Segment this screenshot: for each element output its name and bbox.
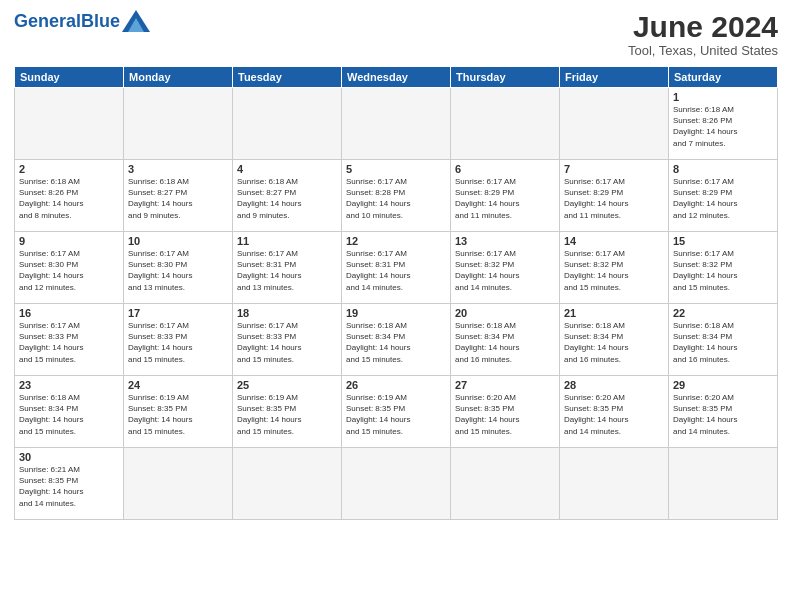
- calendar-cell: 15Sunrise: 6:17 AM Sunset: 8:32 PM Dayli…: [669, 232, 778, 304]
- day-number: 23: [19, 379, 119, 391]
- calendar-cell: [233, 88, 342, 160]
- day-info: Sunrise: 6:17 AM Sunset: 8:32 PM Dayligh…: [564, 248, 664, 293]
- calendar-cell: [233, 448, 342, 520]
- day-number: 11: [237, 235, 337, 247]
- day-number: 18: [237, 307, 337, 319]
- day-info: Sunrise: 6:18 AM Sunset: 8:34 PM Dayligh…: [564, 320, 664, 365]
- day-number: 9: [19, 235, 119, 247]
- day-number: 2: [19, 163, 119, 175]
- calendar-cell: 25Sunrise: 6:19 AM Sunset: 8:35 PM Dayli…: [233, 376, 342, 448]
- calendar-cell: 4Sunrise: 6:18 AM Sunset: 8:27 PM Daylig…: [233, 160, 342, 232]
- calendar-cell: 2Sunrise: 6:18 AM Sunset: 8:26 PM Daylig…: [15, 160, 124, 232]
- day-info: Sunrise: 6:18 AM Sunset: 8:27 PM Dayligh…: [237, 176, 337, 221]
- logo: GeneralBlue: [14, 10, 150, 32]
- day-info: Sunrise: 6:20 AM Sunset: 8:35 PM Dayligh…: [455, 392, 555, 437]
- calendar-cell: [560, 88, 669, 160]
- calendar-cell: 26Sunrise: 6:19 AM Sunset: 8:35 PM Dayli…: [342, 376, 451, 448]
- day-number: 10: [128, 235, 228, 247]
- day-info: Sunrise: 6:20 AM Sunset: 8:35 PM Dayligh…: [673, 392, 773, 437]
- calendar-cell: 27Sunrise: 6:20 AM Sunset: 8:35 PM Dayli…: [451, 376, 560, 448]
- day-header-sunday: Sunday: [15, 67, 124, 88]
- day-number: 28: [564, 379, 664, 391]
- day-number: 15: [673, 235, 773, 247]
- day-number: 1: [673, 91, 773, 103]
- calendar-cell: 6Sunrise: 6:17 AM Sunset: 8:29 PM Daylig…: [451, 160, 560, 232]
- calendar-cell: 12Sunrise: 6:17 AM Sunset: 8:31 PM Dayli…: [342, 232, 451, 304]
- calendar-cell: [342, 88, 451, 160]
- calendar-cell: 22Sunrise: 6:18 AM Sunset: 8:34 PM Dayli…: [669, 304, 778, 376]
- week-row-6: 30Sunrise: 6:21 AM Sunset: 8:35 PM Dayli…: [15, 448, 778, 520]
- day-number: 4: [237, 163, 337, 175]
- month-title: June 2024: [628, 10, 778, 43]
- week-row-3: 9Sunrise: 6:17 AM Sunset: 8:30 PM Daylig…: [15, 232, 778, 304]
- day-info: Sunrise: 6:19 AM Sunset: 8:35 PM Dayligh…: [128, 392, 228, 437]
- day-info: Sunrise: 6:17 AM Sunset: 8:29 PM Dayligh…: [564, 176, 664, 221]
- day-number: 13: [455, 235, 555, 247]
- day-info: Sunrise: 6:19 AM Sunset: 8:35 PM Dayligh…: [237, 392, 337, 437]
- day-info: Sunrise: 6:20 AM Sunset: 8:35 PM Dayligh…: [564, 392, 664, 437]
- page: GeneralBlue June 2024 Tool, Texas, Unite…: [0, 0, 792, 612]
- day-header-friday: Friday: [560, 67, 669, 88]
- logo-text: GeneralBlue: [14, 12, 120, 30]
- day-number: 5: [346, 163, 446, 175]
- week-row-5: 23Sunrise: 6:18 AM Sunset: 8:34 PM Dayli…: [15, 376, 778, 448]
- title-block: June 2024 Tool, Texas, United States: [628, 10, 778, 58]
- calendar-table: SundayMondayTuesdayWednesdayThursdayFrid…: [14, 66, 778, 520]
- calendar-cell: 16Sunrise: 6:17 AM Sunset: 8:33 PM Dayli…: [15, 304, 124, 376]
- day-info: Sunrise: 6:17 AM Sunset: 8:29 PM Dayligh…: [673, 176, 773, 221]
- day-info: Sunrise: 6:17 AM Sunset: 8:31 PM Dayligh…: [346, 248, 446, 293]
- calendar-cell: [15, 88, 124, 160]
- calendar-header: SundayMondayTuesdayWednesdayThursdayFrid…: [15, 67, 778, 88]
- header: GeneralBlue June 2024 Tool, Texas, Unite…: [14, 10, 778, 58]
- calendar-cell: 20Sunrise: 6:18 AM Sunset: 8:34 PM Dayli…: [451, 304, 560, 376]
- day-info: Sunrise: 6:19 AM Sunset: 8:35 PM Dayligh…: [346, 392, 446, 437]
- day-info: Sunrise: 6:18 AM Sunset: 8:34 PM Dayligh…: [19, 392, 119, 437]
- calendar-cell: 18Sunrise: 6:17 AM Sunset: 8:33 PM Dayli…: [233, 304, 342, 376]
- day-number: 25: [237, 379, 337, 391]
- calendar-cell: 30Sunrise: 6:21 AM Sunset: 8:35 PM Dayli…: [15, 448, 124, 520]
- day-number: 30: [19, 451, 119, 463]
- day-info: Sunrise: 6:17 AM Sunset: 8:30 PM Dayligh…: [128, 248, 228, 293]
- calendar-cell: 24Sunrise: 6:19 AM Sunset: 8:35 PM Dayli…: [124, 376, 233, 448]
- calendar-cell: 3Sunrise: 6:18 AM Sunset: 8:27 PM Daylig…: [124, 160, 233, 232]
- day-info: Sunrise: 6:17 AM Sunset: 8:30 PM Dayligh…: [19, 248, 119, 293]
- day-info: Sunrise: 6:18 AM Sunset: 8:34 PM Dayligh…: [455, 320, 555, 365]
- day-info: Sunrise: 6:17 AM Sunset: 8:32 PM Dayligh…: [673, 248, 773, 293]
- calendar-cell: 5Sunrise: 6:17 AM Sunset: 8:28 PM Daylig…: [342, 160, 451, 232]
- day-number: 14: [564, 235, 664, 247]
- logo-blue: Blue: [81, 11, 120, 31]
- day-info: Sunrise: 6:17 AM Sunset: 8:33 PM Dayligh…: [128, 320, 228, 365]
- calendar-cell: 1Sunrise: 6:18 AM Sunset: 8:26 PM Daylig…: [669, 88, 778, 160]
- calendar-cell: [669, 448, 778, 520]
- logo-icon: [122, 10, 150, 32]
- day-info: Sunrise: 6:18 AM Sunset: 8:34 PM Dayligh…: [673, 320, 773, 365]
- day-number: 22: [673, 307, 773, 319]
- day-number: 12: [346, 235, 446, 247]
- day-number: 27: [455, 379, 555, 391]
- day-number: 8: [673, 163, 773, 175]
- calendar-cell: 17Sunrise: 6:17 AM Sunset: 8:33 PM Dayli…: [124, 304, 233, 376]
- day-info: Sunrise: 6:18 AM Sunset: 8:26 PM Dayligh…: [19, 176, 119, 221]
- calendar-cell: 19Sunrise: 6:18 AM Sunset: 8:34 PM Dayli…: [342, 304, 451, 376]
- calendar-cell: [451, 88, 560, 160]
- calendar-cell: 9Sunrise: 6:17 AM Sunset: 8:30 PM Daylig…: [15, 232, 124, 304]
- calendar-cell: 13Sunrise: 6:17 AM Sunset: 8:32 PM Dayli…: [451, 232, 560, 304]
- day-info: Sunrise: 6:17 AM Sunset: 8:33 PM Dayligh…: [19, 320, 119, 365]
- calendar-cell: 28Sunrise: 6:20 AM Sunset: 8:35 PM Dayli…: [560, 376, 669, 448]
- day-info: Sunrise: 6:18 AM Sunset: 8:34 PM Dayligh…: [346, 320, 446, 365]
- calendar-cell: 8Sunrise: 6:17 AM Sunset: 8:29 PM Daylig…: [669, 160, 778, 232]
- logo-general: General: [14, 11, 81, 31]
- day-number: 7: [564, 163, 664, 175]
- day-header-monday: Monday: [124, 67, 233, 88]
- day-number: 6: [455, 163, 555, 175]
- day-number: 17: [128, 307, 228, 319]
- day-header-thursday: Thursday: [451, 67, 560, 88]
- day-number: 24: [128, 379, 228, 391]
- day-number: 26: [346, 379, 446, 391]
- day-header-tuesday: Tuesday: [233, 67, 342, 88]
- day-number: 21: [564, 307, 664, 319]
- day-info: Sunrise: 6:17 AM Sunset: 8:29 PM Dayligh…: [455, 176, 555, 221]
- day-info: Sunrise: 6:21 AM Sunset: 8:35 PM Dayligh…: [19, 464, 119, 509]
- calendar-cell: 11Sunrise: 6:17 AM Sunset: 8:31 PM Dayli…: [233, 232, 342, 304]
- day-info: Sunrise: 6:17 AM Sunset: 8:31 PM Dayligh…: [237, 248, 337, 293]
